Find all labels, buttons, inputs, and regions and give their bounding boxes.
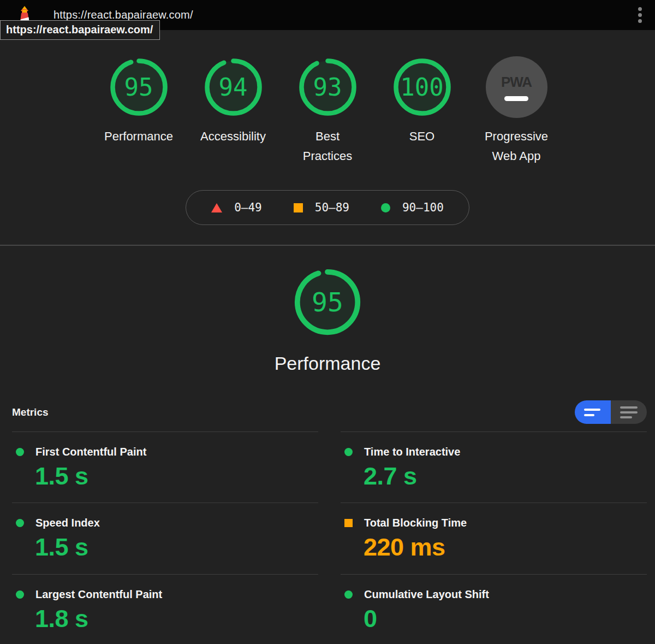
pwa-label: Progressive Web App [485,127,548,166]
compact-view-icon [584,409,600,411]
pass-circle-icon [16,448,24,456]
metric-value: 1.5 s [35,462,318,491]
accessibility-label: Accessibility [200,127,266,146]
metric-total-blocking-time: Total Blocking Time 220 ms [341,503,647,575]
category-gauge-accessibility[interactable]: 94 Accessibility [203,56,264,166]
pass-circle-icon [16,590,24,599]
report-url: https://react.bapairaew.com/ [53,9,193,21]
metric-value: 1.5 s [35,533,318,562]
seo-label: SEO [409,127,434,146]
metric-label: First Contentful Paint [35,446,146,458]
category-gauge-seo[interactable]: 100 SEO [391,56,453,166]
performance-section: 95 Performance [0,246,655,374]
best-practices-score: 93 [297,56,359,118]
metric-value: 220 ms [364,533,647,562]
performance-label: Performance [104,127,173,146]
performance-section-title: Performance [0,353,655,374]
pwa-badge-icon: PWA [486,56,547,118]
compact-view-button[interactable] [575,400,611,424]
metric-value: 0 [364,605,647,633]
performance-section-score: 95 [292,267,363,338]
legend-item-fail: 0–49 [211,201,262,214]
pwa-logo-text: PWA [501,74,532,91]
average-range: 50–89 [315,201,349,214]
metric-label: Cumulative Layout Shift [364,588,489,601]
expanded-view-icon [620,406,638,409]
category-badge-pwa[interactable]: PWA Progressive Web App [486,56,547,166]
category-scores-row: 95 Performance 94 Accessibility 93 Best … [0,30,655,166]
pass-circle-icon [16,519,24,527]
metric-cumulative-layout-shift: Cumulative Layout Shift 0 [341,575,647,644]
seo-score: 100 [391,56,453,118]
metrics-grid: First Contentful Paint 1.5 s Time to Int… [0,432,655,644]
accessibility-score: 94 [203,56,264,118]
metric-label: Speed Index [35,517,100,529]
kebab-menu-icon[interactable] [632,4,647,26]
metrics-header: Metrics [0,400,655,424]
metric-speed-index: Speed Index 1.5 s [12,503,318,575]
performance-section-gauge: 95 [292,267,363,338]
average-square-icon [344,519,353,527]
fail-range: 0–49 [234,201,262,214]
metric-first-contentful-paint: First Contentful Paint 1.5 s [12,432,318,503]
url-tooltip: https://react.bapairaew.com/ [0,20,160,40]
expanded-view-button[interactable] [611,400,647,424]
metrics-title: Metrics [12,406,49,418]
category-gauge-best-practices[interactable]: 93 Best Practices [297,56,359,166]
metric-value: 1.8 s [35,605,318,633]
legend-item-pass: 90–100 [381,201,444,214]
best-practices-label: Best Practices [297,127,359,166]
category-gauge-performance[interactable]: 95 Performance [108,56,170,166]
metric-largest-contentful-paint: Largest Contentful Paint 1.8 s [12,575,318,644]
legend-item-average: 50–89 [294,201,349,214]
metric-time-to-interactive: Time to Interactive 2.7 s [341,432,647,503]
metric-label: Time to Interactive [364,446,460,458]
pass-circle-icon [344,448,353,456]
metrics-view-toggle [575,400,647,424]
metric-label: Largest Contentful Paint [35,588,162,601]
pass-circle-icon [344,590,353,599]
metric-value: 2.7 s [364,462,647,491]
average-square-icon [294,203,303,212]
performance-score: 95 [108,56,170,118]
pwa-dash-icon [504,96,528,101]
fail-triangle-icon [211,203,222,212]
pass-range: 90–100 [402,201,444,214]
pass-circle-icon [381,203,390,212]
metric-label: Total Blocking Time [364,517,467,529]
score-legend: 0–49 50–89 90–100 [186,190,469,225]
